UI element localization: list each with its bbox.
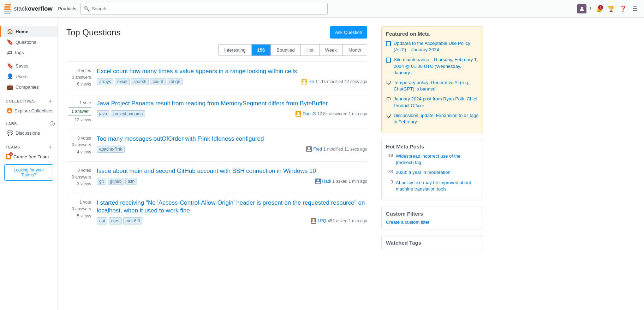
user-name[interactable]: Hadi <box>322 179 331 184</box>
sidebar-item-users[interactable]: 👤 Users <box>0 71 58 82</box>
hot-meta-link[interactable]: 2023: a year in moderation <box>396 169 451 176</box>
filter-tab-week[interactable]: Week <box>320 45 343 55</box>
meta-square-icon <box>386 41 391 46</box>
inbox-icon[interactable]: 🔔 1 <box>595 4 604 13</box>
user-avatar <box>306 146 312 152</box>
action-label: modified 11 secs ago <box>327 147 367 152</box>
tag[interactable]: ssh <box>125 178 137 185</box>
view-count: 6 views <box>66 81 91 88</box>
tag[interactable]: github <box>108 178 124 185</box>
custom-filters-title: Custom Filters <box>386 211 478 217</box>
tags-and-meta: java project-panama DuncG 12.8k answered… <box>97 110 367 117</box>
hot-meta-link[interactable]: AI policy text may be improved about mac… <box>396 180 478 192</box>
tag[interactable]: count <box>150 78 165 85</box>
user-name[interactable]: lke <box>309 79 314 84</box>
question-body: Excel count how many times a value appea… <box>97 68 367 88</box>
chat-icon: 🗨 <box>386 80 391 86</box>
topbar: stackoverflow Products 🔍 1 🔔 1 🏆 ❓ ☰ <box>0 0 644 18</box>
filter-tab-interesting[interactable]: Interesting <box>219 45 252 55</box>
user-rep: 12.8k <box>317 111 328 116</box>
tag[interactable]: project-panama <box>111 110 145 117</box>
achievements-icon[interactable]: 🏆 <box>607 4 616 13</box>
question-body: I started receiving "No 'Access-Control-… <box>97 199 367 224</box>
tag[interactable]: cors <box>109 217 122 224</box>
tag[interactable]: range <box>167 78 183 85</box>
featured-meta-widget: Featured on Meta Updates to the Acceptab… <box>381 26 483 133</box>
question-meta: DuncG 12.8k answered 1 min ago <box>296 111 367 117</box>
search-bar: 🔍 <box>80 3 328 14</box>
question-stats: 1 vote 1 answer 12 views <box>66 100 91 124</box>
search-input[interactable] <box>92 6 324 11</box>
answer-count-badge: 1 answer <box>69 107 91 116</box>
nav-right: 1 🔔 1 🏆 ❓ ☰ <box>577 4 640 13</box>
avatar[interactable] <box>577 4 586 13</box>
question-meta: Fred 1 modified 11 secs ago <box>306 146 367 152</box>
svg-point-4 <box>297 112 299 114</box>
sidebar-item-companies[interactable]: 💼 Companies <box>0 82 58 92</box>
collectives-section-header: COLLECTIVES + <box>0 92 58 106</box>
create-team-button[interactable]: 0 Create free Team <box>0 152 58 162</box>
sidebar-item-questions[interactable]: 🔖 Questions <box>0 37 58 47</box>
collectives-add-button[interactable]: + <box>48 98 55 104</box>
filter-tab-bountied-count[interactable]: 156 <box>252 45 271 55</box>
list-item: 🗨 Temporary policy: Generative AI (e.g.,… <box>386 80 478 92</box>
help-icon[interactable]: ❓ <box>619 4 628 13</box>
featured-link[interactable]: January 2024 post from Ryan Polk, Chief … <box>394 96 478 109</box>
logo[interactable]: stackoverflow <box>4 4 53 14</box>
user-rep: 452 <box>328 218 335 223</box>
looking-teams-button[interactable]: Looking for your Teams? <box>4 164 53 181</box>
user-name[interactable]: LPQ <box>318 218 326 223</box>
tag[interactable]: git <box>97 178 106 185</box>
labs-info-icon[interactable]: i <box>50 121 55 126</box>
question-title[interactable]: Issue about main and second GitHub accou… <box>97 167 367 175</box>
tag[interactable]: .net-6.0 <box>123 217 143 224</box>
tag[interactable]: api <box>97 217 107 224</box>
user-avatar <box>311 218 316 224</box>
tag[interactable]: arrays <box>97 78 113 85</box>
collectives-icon <box>7 108 12 113</box>
vote-count: 1 vote <box>66 199 91 206</box>
vote-count: 0 votes <box>66 68 91 74</box>
hot-meta-title: Hot Meta Posts <box>386 144 478 150</box>
user-name[interactable]: Fred <box>313 147 322 152</box>
questions-header: Top Questions Ask Question <box>66 26 367 39</box>
question-title[interactable]: Too many messages outOfOrder with Flink … <box>97 135 367 143</box>
teams-add-button[interactable]: + <box>48 144 55 150</box>
question-title[interactable]: Excel count how many times a value appea… <box>97 68 367 75</box>
vote-count: 1 vote <box>66 100 91 106</box>
create-custom-filter-link[interactable]: Create a custom filter <box>386 220 430 225</box>
sidebar-item-discussions[interactable]: 💬 Discussions <box>0 128 58 138</box>
featured-link[interactable]: Updates to the Acceptable Use Policy (AU… <box>394 40 478 53</box>
action-label: asked 1 min ago <box>336 179 367 184</box>
user-rep: 1 <box>589 6 592 11</box>
question-stats: 0 votes 0 answers 3 views <box>66 167 91 188</box>
table-row: 0 votes 0 answers 3 views Issue about ma… <box>66 161 367 193</box>
hot-meta-widget: Hot Meta Posts 19 Widespread incorrect u… <box>381 139 483 200</box>
hot-num: 19 <box>386 153 393 158</box>
sidebar-item-saves[interactable]: 🔖 Saves <box>0 60 58 71</box>
ask-question-button[interactable]: Ask Question <box>330 26 367 39</box>
tags: api cors .net-6.0 <box>97 217 142 224</box>
filter-tab-hot[interactable]: Hot <box>301 45 320 55</box>
question-title[interactable]: I started receiving "No 'Access-Control-… <box>97 199 367 215</box>
hot-meta-link[interactable]: Widespread incorrect use of the [redirec… <box>396 153 478 166</box>
sidebar-item-home[interactable]: 🏠 Home <box>0 26 58 37</box>
sidebar-item-tags[interactable]: 🏷 Tags <box>0 47 58 58</box>
sidebar-item-explore-collectives[interactable]: Explore Collectives <box>0 106 58 116</box>
tag[interactable]: java <box>97 110 109 117</box>
question-title[interactable]: Java Project Panama result from reading … <box>97 100 367 107</box>
featured-link[interactable]: Site maintenance - Thursday, February 1,… <box>394 57 478 76</box>
featured-link[interactable]: Discussions update: Expansion to all tag… <box>394 112 478 125</box>
tag[interactable]: search <box>131 78 149 85</box>
tag[interactable]: apache-flink <box>97 146 125 153</box>
menu-icon[interactable]: ☰ <box>631 4 640 13</box>
table-row: 0 votes 0 answers 6 views Excel count ho… <box>66 62 367 94</box>
user-name[interactable]: DuncG <box>303 111 316 116</box>
featured-link[interactable]: Temporary policy: Generative AI (e.g., C… <box>394 80 478 92</box>
filter-tab-month[interactable]: Month <box>343 45 367 55</box>
tags-icon: 🏷 <box>7 49 12 55</box>
tag[interactable]: excel <box>115 78 130 85</box>
filter-tab-bountied[interactable]: Bountied <box>271 45 300 55</box>
products-nav[interactable]: Products <box>58 6 76 11</box>
question-stats: 0 votes 0 answers 6 views <box>66 68 91 88</box>
